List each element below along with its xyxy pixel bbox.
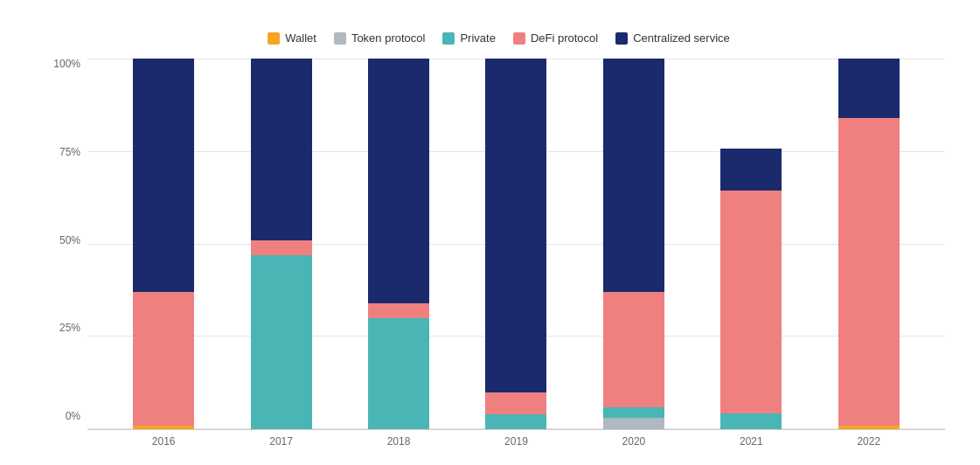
bar-segment-centralized: [368, 59, 429, 303]
bar-segment-private: [485, 414, 546, 429]
bar-stack-2022: [838, 59, 900, 429]
y-label: 50%: [52, 235, 87, 246]
y-label: 100%: [52, 59, 87, 69]
bar-segment-defi_protocol: [838, 118, 900, 426]
bar-segment-private: [368, 318, 429, 429]
bar-segment-private: [251, 255, 312, 429]
bar-stack-2021: [720, 107, 782, 429]
chart-area: 0%25%50%75%100% 201620172018201920202021…: [52, 59, 945, 448]
bar-segment-token_protocol: [603, 418, 664, 429]
legend-item-token_protocol: Token protocol: [334, 31, 426, 45]
bar-segment-private: [603, 407, 664, 419]
legend-label-private: Private: [460, 31, 495, 45]
legend-label-wallet: Wallet: [285, 31, 316, 45]
legend-color-wallet: [268, 32, 280, 45]
bar-segment-defi_protocol: [368, 303, 429, 318]
x-label-2019: 2019: [481, 435, 551, 448]
chart-container: WalletToken protocolPrivateDeFi protocol…: [0, 0, 980, 465]
bar-stack-2017: [251, 59, 312, 429]
bar-group-2022: [834, 59, 904, 429]
bar-segment-centralized: [251, 59, 312, 240]
bar-group-2021: [716, 59, 786, 429]
bar-stack-2016: [133, 59, 194, 429]
y-label: 75%: [52, 147, 87, 157]
bar-segment-centralized: [133, 59, 194, 292]
legend-label-centralized: Centralized service: [633, 31, 730, 45]
legend-item-wallet: Wallet: [268, 31, 316, 45]
bars-row: [87, 59, 945, 429]
bar-group-2018: [364, 59, 434, 429]
legend-item-centralized: Centralized service: [615, 31, 730, 45]
bars-and-x: 2016201720182019202020212022: [87, 59, 945, 448]
bar-stack-2019: [485, 59, 546, 429]
bar-stack-2018: [368, 59, 429, 429]
x-label-2018: 2018: [364, 435, 434, 448]
bar-segment-centralized: [720, 149, 782, 191]
legend-item-private: Private: [442, 31, 495, 45]
legend-item-defi_protocol: DeFi protocol: [513, 31, 598, 45]
bar-segment-wallet: [838, 426, 900, 429]
x-label-2017: 2017: [247, 435, 316, 448]
legend-color-centralized: [615, 32, 628, 45]
x-label-2016: 2016: [129, 435, 198, 448]
legend-color-defi_protocol: [513, 32, 525, 45]
bar-segment-private: [720, 413, 782, 429]
bar-segment-defi_protocol: [720, 191, 782, 413]
bars-wrapper: [87, 59, 945, 430]
bar-segment-defi_protocol: [485, 392, 546, 414]
bar-group-2019: [481, 59, 551, 429]
legend-color-token_protocol: [334, 32, 346, 45]
legend: WalletToken protocolPrivateDeFi protocol…: [52, 31, 945, 45]
bar-segment-centralized: [485, 59, 546, 392]
bar-segment-wallet: [133, 426, 194, 429]
bar-stack-2020: [603, 59, 664, 429]
bar-segment-centralized: [603, 59, 664, 292]
bar-segment-centralized: [838, 59, 900, 118]
x-label-2022: 2022: [834, 435, 904, 448]
x-axis: 2016201720182019202020212022: [87, 430, 945, 448]
bar-group-2017: [247, 59, 316, 429]
x-label-2021: 2021: [716, 435, 786, 448]
bar-group-2016: [129, 59, 198, 429]
bar-segment-defi_protocol: [603, 292, 664, 406]
y-label: 25%: [52, 323, 87, 333]
legend-color-private: [442, 32, 455, 45]
legend-label-token_protocol: Token protocol: [351, 31, 426, 45]
bar-segment-defi_protocol: [251, 240, 312, 255]
y-label: 0%: [52, 411, 87, 421]
x-label-2020: 2020: [599, 435, 669, 448]
bar-group-2020: [599, 59, 669, 429]
bar-segment-defi_protocol: [133, 292, 194, 426]
legend-label-defi_protocol: DeFi protocol: [531, 31, 598, 45]
y-axis: 0%25%50%75%100%: [52, 59, 87, 448]
